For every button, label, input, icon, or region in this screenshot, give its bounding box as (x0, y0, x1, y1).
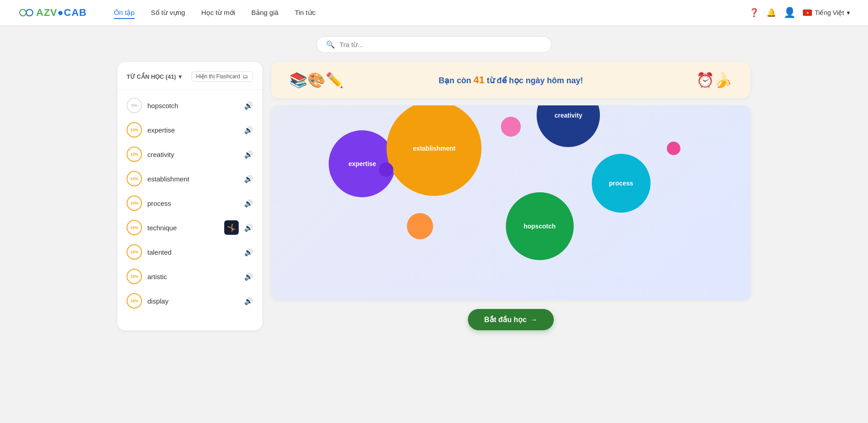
bubble-pink2 (667, 142, 680, 155)
start-learning-button[interactable]: Bắt đầu học → (468, 309, 554, 330)
bubble-label-establishment: establishment (409, 145, 459, 152)
language-button[interactable]: Tiếng Việt ▾ (803, 9, 850, 16)
sound-button[interactable]: 🔊 (244, 150, 253, 159)
study-banner: 📚🎨✏️ Bạn còn 41 từ để học ngày hôm nay! … (271, 62, 750, 98)
nav-links: Ôn tập Số từ vựng Học từ mới Bảng giá Ti… (114, 9, 749, 17)
notification-icon-button[interactable]: 🔔 (766, 8, 776, 18)
chevron-down-icon: ▾ (179, 73, 182, 80)
nav-right: ❓ 🔔 👤 Tiếng Việt ▾ (749, 7, 850, 19)
cards-icon: 🗂 (243, 73, 248, 80)
search-icon: 🔍 (326, 40, 335, 49)
list-item[interactable]: 10% talented 🔊 (118, 240, 262, 264)
logo-text: AZV●CAB (36, 7, 87, 19)
sound-button[interactable]: 🔊 (244, 248, 253, 257)
sound-button[interactable]: 🔊 (244, 101, 253, 110)
arrow-icon: → (530, 316, 538, 324)
word-name: hopscotch (147, 102, 239, 109)
sound-button[interactable]: 🔊 (244, 297, 253, 305)
progress-circle: 10% (127, 269, 142, 284)
word-name: establishment (147, 175, 239, 183)
list-item[interactable]: 10% expertise 🔊 (118, 118, 262, 142)
svg-point-0 (20, 10, 26, 16)
word-name: expertise (147, 126, 239, 134)
right-panel: 📚🎨✏️ Bạn còn 41 từ để học ngày hôm nay! … (271, 62, 750, 330)
panel-header: TỪ CẦN HỌC (41) ▾ Hiện thị Flashcard 🗂 (118, 71, 262, 90)
nav-item-bang-gia[interactable]: Bảng giá (251, 9, 278, 17)
flag-icon (803, 10, 812, 16)
progress-circle: 10% (127, 122, 142, 138)
bubble-label-expertise: expertise (345, 160, 380, 167)
progress-circle: 10% (127, 195, 142, 211)
bubble-process[interactable]: process (592, 154, 651, 213)
progress-circle: 10% (127, 220, 142, 235)
search-input[interactable] (340, 41, 542, 48)
word-name: talented (147, 248, 239, 256)
word-name: artistic (147, 273, 239, 280)
nav-item-so-tu-vung[interactable]: Số từ vựng (151, 9, 185, 17)
word-name: technique (147, 224, 219, 232)
progress-circle: 10% (127, 171, 142, 186)
svg-point-1 (26, 10, 33, 16)
book-emoji: 📚🎨✏️ (289, 71, 344, 89)
banner-text-before: Bạn còn (439, 76, 473, 85)
banner-count: 41 (473, 74, 484, 86)
list-item[interactable]: 10% artistic 🔊 (118, 264, 262, 289)
bubble-hopscotch[interactable]: hopscotch (506, 192, 574, 260)
bubble-establishment[interactable]: establishment (387, 105, 481, 196)
language-label: Tiếng Việt (815, 9, 844, 16)
chevron-down-icon: ▾ (847, 9, 850, 16)
panel-title[interactable]: TỪ CẦN HỌC (41) ▾ (127, 73, 182, 80)
bubble-label-creativity: creativity (551, 112, 585, 119)
flashcard-btn-label: Hiện thị Flashcard (196, 73, 240, 80)
bubble-chart: creativityexpertiseestablishmentprocessh… (271, 105, 750, 300)
flashcard-button[interactable]: Hiện thị Flashcard 🗂 (191, 71, 253, 82)
progress-circle: 10% (127, 147, 142, 162)
navbar: AZV●CAB Ôn tập Số từ vựng Học từ mới Bản… (0, 0, 868, 25)
panel-title-text: TỪ CẦN HỌC (41) (127, 73, 176, 80)
search-bar: 🔍 (316, 36, 552, 53)
logo[interactable]: AZV●CAB (18, 5, 87, 21)
search-container: 🔍 (0, 25, 868, 62)
list-item[interactable]: 10% display 🔊 (118, 289, 262, 313)
word-list-panel: TỪ CẦN HỌC (41) ▾ Hiện thị Flashcard 🗂 0… (118, 62, 262, 330)
main-content: TỪ CẦN HỌC (41) ▾ Hiện thị Flashcard 🗂 0… (0, 62, 868, 330)
word-name: display (147, 297, 239, 305)
bubble-label-hopscotch: hopscotch (520, 223, 559, 230)
list-item[interactable]: 10% creativity 🔊 (118, 142, 262, 166)
progress-circle: 10% (127, 244, 142, 260)
word-list: 0% hopscotch 🔊 10% expertise 🔊 10% creat… (118, 90, 262, 317)
bubble-label-process: process (605, 180, 637, 187)
word-name: process (147, 200, 239, 207)
sound-button[interactable]: 🔊 (244, 199, 253, 208)
progress-circle: 10% (127, 293, 142, 309)
bubble-orange-sm (407, 213, 433, 239)
list-item[interactable]: 10% technique 🤸 🔊 (118, 215, 262, 240)
banner-text-after: từ để học ngày hôm nay! (485, 76, 583, 85)
sound-button[interactable]: 🔊 (244, 223, 253, 232)
word-name: creativity (147, 151, 239, 158)
bubble-creativity[interactable]: creativity (537, 105, 600, 147)
list-item[interactable]: 0% hopscotch 🔊 (118, 93, 262, 118)
clock-emoji: ⏰🍌 (696, 71, 732, 89)
list-item[interactable]: 10% establishment 🔊 (118, 166, 262, 191)
list-item[interactable]: 10% process 🔊 (118, 191, 262, 215)
word-thumbnail: 🤸 (224, 220, 239, 235)
sound-button[interactable]: 🔊 (244, 175, 253, 183)
bubble-pink1 (501, 117, 521, 137)
help-icon-button[interactable]: ❓ (749, 8, 759, 18)
banner-text: Bạn còn 41 từ để học ngày hôm nay! (439, 74, 583, 86)
progress-circle: 0% (127, 98, 142, 113)
nav-item-on-tap[interactable]: Ôn tập (114, 9, 135, 17)
sound-button[interactable]: 🔊 (244, 126, 253, 134)
nav-item-hoc-tu-moi[interactable]: Học từ mới (201, 9, 235, 17)
user-icon-button[interactable]: 👤 (783, 7, 796, 19)
start-btn-label: Bắt đầu học (484, 315, 527, 324)
nav-item-tin-tuc[interactable]: Tin tức (295, 9, 316, 17)
sound-button[interactable]: 🔊 (244, 272, 253, 281)
